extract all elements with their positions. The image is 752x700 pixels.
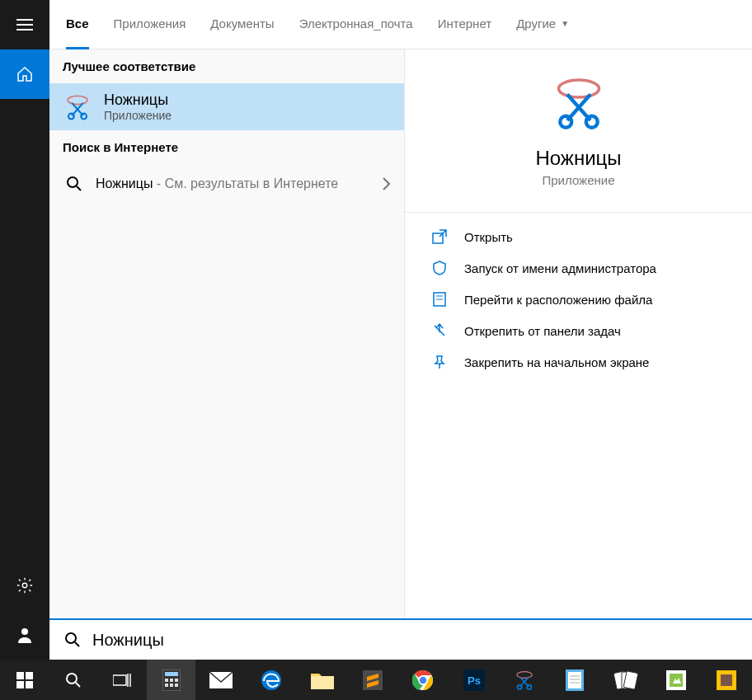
svg-point-5	[68, 177, 78, 187]
open-icon	[430, 229, 449, 244]
action-unpin-taskbar[interactable]: Открепить от панели задач	[430, 315, 727, 346]
action-run-admin[interactable]: Запуск от имени администратора	[430, 252, 727, 284]
chrome-icon	[412, 669, 434, 691]
calculator-icon	[162, 669, 181, 691]
app-icon	[717, 670, 736, 690]
svg-point-8	[585, 116, 597, 128]
action-file-location-label: Перейти к расположению файла	[464, 293, 652, 307]
svg-rect-17	[113, 675, 126, 685]
taskbar-search-button[interactable]	[49, 660, 97, 700]
svg-point-37	[527, 684, 531, 688]
best-match-item[interactable]: Ножницы Приложение	[49, 83, 404, 130]
folder-icon	[430, 292, 449, 307]
tab-other[interactable]: Другие▼	[516, 0, 569, 49]
svg-point-16	[67, 674, 77, 684]
home-button[interactable]	[0, 49, 49, 99]
action-unpin-taskbar-label: Открепить от панели задач	[464, 324, 621, 338]
home-icon	[16, 66, 33, 82]
svg-text:Ps: Ps	[468, 674, 481, 687]
snipping-tool-icon	[514, 669, 535, 691]
svg-point-35	[517, 671, 532, 678]
taskbar-app-generic1[interactable]	[651, 660, 701, 700]
tab-documents[interactable]: Документы	[210, 0, 274, 49]
svg-rect-21	[170, 679, 173, 682]
svg-rect-14	[16, 681, 24, 688]
account-button[interactable]	[0, 610, 49, 660]
photoshop-icon: Ps	[463, 669, 485, 691]
chevron-down-icon: ▼	[561, 19, 569, 28]
sublime-icon	[363, 670, 383, 690]
svg-rect-29	[363, 670, 383, 690]
search-icon	[63, 176, 86, 192]
svg-rect-46	[721, 674, 732, 686]
tab-all[interactable]: Все	[66, 0, 89, 49]
preview-app-icon	[550, 74, 608, 132]
search-tabs: Все Приложения Документы Электронная_поч…	[49, 0, 752, 49]
search-input[interactable]	[92, 631, 737, 650]
best-match-header: Лучшее соответствие	[49, 49, 404, 83]
search-icon	[65, 672, 82, 688]
taskbar: Ps	[0, 660, 752, 700]
hamburger-icon	[16, 19, 33, 31]
taskbar-app-chrome[interactable]	[398, 660, 449, 700]
svg-point-2	[68, 96, 87, 104]
taskbar-app-explorer[interactable]	[297, 660, 347, 700]
start-button[interactable]	[0, 660, 49, 700]
taskbar-app-sublime[interactable]	[347, 660, 397, 700]
preview-header: Ножницы Приложение	[405, 49, 752, 187]
snipping-tool-icon	[63, 92, 92, 122]
svg-point-36	[518, 684, 522, 688]
taskbar-app-notepad[interactable]	[550, 660, 600, 700]
action-pin-start[interactable]: Закрепить на начальном экране	[430, 346, 727, 378]
mail-icon	[209, 672, 233, 688]
web-search-suffix: - См. результаты в Интернете	[153, 176, 338, 190]
settings-button[interactable]	[0, 561, 49, 610]
preview-divider	[405, 212, 752, 213]
taskbar-app-snipping[interactable]	[499, 660, 549, 700]
svg-rect-19	[165, 672, 178, 676]
svg-rect-23	[165, 684, 168, 687]
search-icon	[64, 632, 81, 648]
tab-internet[interactable]: Интернет	[438, 0, 491, 49]
svg-point-11	[66, 633, 76, 643]
preview-panel: Ножницы Приложение Открыть Запуск от име…	[404, 49, 752, 618]
best-match-title: Ножницы	[104, 92, 172, 109]
hamburger-button[interactable]	[0, 0, 49, 49]
action-pin-start-label: Закрепить на начальном экране	[464, 355, 649, 369]
action-open[interactable]: Открыть	[430, 221, 727, 252]
preview-title: Ножницы	[421, 147, 736, 170]
taskbar-app-calculator[interactable]	[147, 660, 195, 700]
svg-point-7	[560, 116, 571, 128]
tab-apps[interactable]: Приложения	[114, 0, 186, 49]
svg-point-6	[558, 80, 599, 97]
web-search-item[interactable]: Ножницы - См. результаты в Интернете	[49, 164, 404, 204]
svg-rect-39	[568, 672, 581, 688]
web-search-query: Ножницы	[96, 176, 153, 190]
preview-actions: Открыть Запуск от имени администратора П…	[405, 221, 752, 378]
app-icon	[666, 670, 686, 690]
taskbar-app-mail[interactable]	[195, 660, 246, 700]
edge-icon	[261, 669, 282, 691]
taskbar-app-edge[interactable]	[247, 660, 297, 700]
svg-point-0	[22, 583, 27, 588]
taskbar-app-photoshop[interactable]: Ps	[449, 660, 499, 700]
pin-icon	[430, 355, 449, 369]
shield-icon	[430, 261, 449, 275]
chevron-right-icon	[381, 176, 391, 191]
task-view-icon	[113, 674, 131, 687]
search-bar[interactable]	[49, 618, 752, 660]
svg-rect-15	[26, 681, 33, 688]
unpin-icon	[430, 323, 449, 338]
tab-email[interactable]: Электронная_почта	[299, 0, 413, 49]
windows-icon	[16, 672, 33, 688]
action-file-location[interactable]: Перейти к расположению файла	[430, 284, 727, 315]
taskbar-app-solitaire[interactable]	[600, 660, 651, 700]
cards-icon	[613, 670, 638, 690]
results-panel: Лучшее соответствие Ножницы Приложение П…	[49, 49, 404, 618]
task-view-button[interactable]	[98, 660, 147, 700]
web-search-text: Ножницы - См. результаты в Интернете	[96, 176, 381, 191]
web-search-header: Поиск в Интернете	[49, 130, 404, 164]
gear-icon	[16, 576, 34, 594]
taskbar-app-generic2[interactable]	[702, 660, 752, 700]
svg-rect-22	[175, 679, 178, 682]
